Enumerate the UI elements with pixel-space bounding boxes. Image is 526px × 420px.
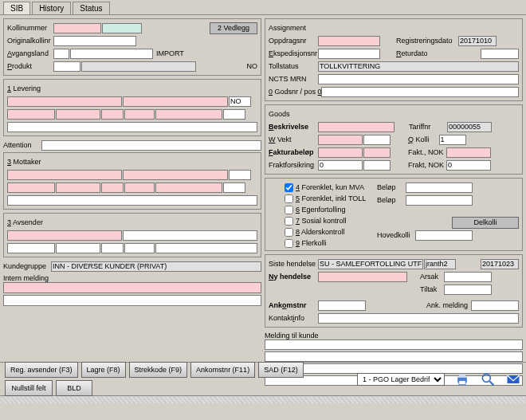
tiltak-input[interactable] [444,285,492,295]
search-icon[interactable] [480,371,496,387]
beskrivelse-input[interactable] [318,122,394,132]
vekt-unit[interactable] [363,135,391,145]
check-4[interactable] [285,183,293,192]
produkt-input[interactable] [53,61,80,72]
tariffnr-input[interactable] [447,122,492,132]
eksp-input[interactable] [318,49,380,59]
tab-history[interactable]: History [32,2,71,14]
mottaker-r3[interactable] [7,195,257,206]
siste-input[interactable] [318,259,423,269]
levering-r1b[interactable] [123,96,228,107]
print-icon[interactable] [454,371,470,387]
sad-button[interactable]: SAD (F12) [258,362,304,378]
levering-r2e[interactable] [155,109,222,120]
mail-icon[interactable] [505,371,521,387]
faktnok-input[interactable] [446,147,491,158]
ankmelding-input[interactable] [471,300,519,311]
godsnr-input[interactable] [321,87,519,97]
scrollbar[interactable] [0,395,526,403]
lagre-button[interactable]: Lagre (F8) [81,362,126,378]
kundegruppe-input[interactable] [51,261,261,272]
reg-avsender-button[interactable]: Reg. avsender (F3) [5,362,78,378]
siste-date[interactable] [481,259,519,269]
tollstatus-input[interactable] [318,61,519,72]
fakturabelop-input[interactable] [318,147,363,158]
avsender-r2a[interactable] [7,243,55,253]
check5-label: 5 Forenklet, inkl TOLL [296,194,366,202]
levering-r3[interactable] [7,122,257,132]
mottaker-r2c[interactable] [101,183,124,193]
vedlegg-button[interactable]: 2 Vedlegg [210,22,257,34]
kontaktinfo-input[interactable] [318,313,519,324]
levering-r2a[interactable] [7,109,55,120]
arsak-label: Arsak [420,273,444,281]
kollinummer-input2[interactable] [102,23,142,33]
meldingkunde-1[interactable] [265,340,523,350]
check-5[interactable] [285,194,293,203]
avsender-r2b[interactable] [56,243,100,253]
levering-r2f[interactable] [223,109,245,120]
mottaker-r2a[interactable] [7,183,55,193]
lager-select[interactable]: 1 - PGO Lager Bedrift [357,373,445,386]
mottaker-r2e[interactable] [155,183,222,193]
levering-r2d[interactable] [124,109,155,120]
bld-button[interactable]: BLD [56,380,92,396]
strekkode-button[interactable]: Strekkode (F9) [129,362,188,378]
levering-r2b[interactable] [56,109,100,120]
levering-r1c[interactable] [229,96,251,107]
group-levering: 1 Levering [3,79,261,136]
hovedkolli-input[interactable] [415,230,473,241]
fraktforsikring-cur[interactable] [363,160,391,171]
intern-melding-2[interactable] [3,295,261,306]
mottaker-r2d[interactable] [124,183,155,193]
check-8[interactable] [285,228,293,237]
reg-input[interactable] [458,36,497,46]
tab-sib[interactable]: SIB [3,2,30,14]
ankomstnr-button[interactable]: Ankomstnr (F11) [190,362,255,378]
nullstill-button[interactable]: Nullstill felt [5,380,53,396]
mottaker-r2f[interactable] [223,183,245,193]
ankomstnr-input[interactable] [318,300,366,311]
avgangsland-label: Avgangsland [7,49,53,57]
avsender-r1a[interactable] [7,230,122,241]
vekt-input[interactable] [318,135,363,145]
attention-input[interactable] [41,140,261,151]
mottaker-r2b[interactable] [56,183,100,193]
kolli-input[interactable] [439,135,466,145]
produkt-name[interactable] [81,61,196,72]
fraktforsikring-input[interactable] [318,160,363,171]
avgangsland-code[interactable] [53,49,69,59]
ny-input[interactable] [318,272,407,282]
levering-r2c[interactable] [101,109,124,120]
avgangsland-name[interactable] [70,49,153,59]
avsender-r2c[interactable] [101,243,124,253]
belop-input-2[interactable] [406,195,473,206]
kollinummer-input[interactable] [53,23,101,33]
intern-melding-label: Intern melding [3,274,49,282]
retur-input[interactable] [481,49,519,59]
check-6[interactable] [285,206,293,214]
belop-input-1[interactable] [406,183,473,193]
ncts-input[interactable] [318,74,519,84]
meldingkunde-2[interactable] [265,351,523,362]
delkolli-button[interactable]: Delkolli [452,217,519,229]
check9-label: 9 Flerkolli [296,239,327,247]
avsender-r2e[interactable] [155,243,257,253]
check-9[interactable] [285,239,293,248]
siste-user[interactable] [424,259,456,269]
check-7[interactable] [285,217,293,226]
mottaker-r1c[interactable] [229,170,251,180]
check6-label: 6 Egenfortolling [296,206,346,214]
avsender-r2d[interactable] [124,243,155,253]
levering-r1a[interactable] [7,96,122,107]
mottaker-r1a[interactable] [7,170,122,180]
tab-status[interactable]: Status [73,2,109,14]
fakturabelop-cur[interactable] [363,147,391,158]
fraktnok-input[interactable] [446,160,491,171]
avsender-r1b[interactable] [123,230,257,241]
intern-melding-1[interactable] [3,282,261,293]
mottaker-r1b[interactable] [123,170,228,180]
originalkollinr-input[interactable] [53,36,136,46]
arsak-input[interactable] [444,272,492,282]
oppdragsnr-input[interactable] [318,36,380,46]
